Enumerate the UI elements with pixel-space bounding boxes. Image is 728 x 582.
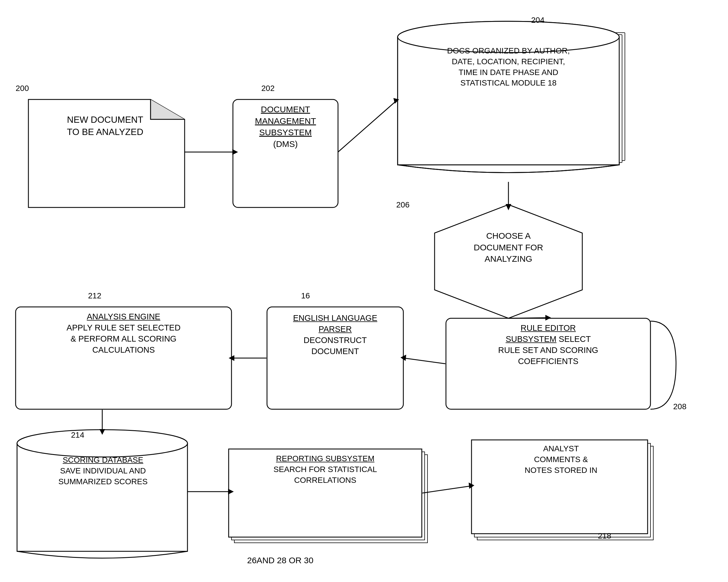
svg-marker-32 — [99, 429, 105, 435]
ref-202: 202 — [261, 84, 275, 93]
svg-overlay — [0, 0, 728, 582]
svg-marker-20 — [232, 149, 238, 155]
english-parser-text: ENGLISH LANGUAGEPARSERDECONSTRUCTDOCUMEN… — [270, 312, 400, 357]
rule-editor-text: RULE EDITORSUBSYSTEM SELECTRULE SET AND … — [449, 323, 648, 367]
ref-214: 214 — [71, 431, 84, 440]
analyst-comments-text: ANALYST COMMENTS & NOTES STORED IN — [474, 443, 648, 476]
ref-204: 204 — [531, 16, 545, 25]
svg-line-27 — [404, 358, 445, 364]
svg-marker-26 — [545, 315, 551, 321]
ref-208: 208 — [673, 402, 686, 411]
reporting-text: REPORTING SUBSYSTEMSEARCH FOR STATISTICA… — [232, 453, 419, 485]
svg-line-35 — [422, 486, 471, 493]
svg-line-21 — [338, 101, 396, 152]
new-document-text: NEW DOCUMENT TO BE ANALYZED — [31, 114, 179, 138]
ref-206: 206 — [396, 200, 410, 209]
ref-26and28or30: 26AND 28 OR 30 — [247, 556, 313, 565]
ref-212: 212 — [88, 291, 101, 300]
analysis-engine-text: ANALYSIS ENGINEAPPLY RULE SET SELECTED& … — [19, 311, 229, 356]
ref-200: 200 — [16, 84, 29, 93]
svg-marker-22 — [393, 98, 399, 104]
scoring-db-text: SCORING DATABASESAVE INDIVIDUAL ANDSUMMA… — [21, 455, 185, 487]
svg-marker-28 — [400, 355, 406, 361]
svg-line-25 — [509, 318, 548, 318]
ref-16: 16 — [301, 291, 310, 300]
svg-marker-36 — [469, 483, 474, 489]
choose-document-text: CHOOSE A DOCUMENT FOR ANALYZING — [437, 230, 579, 265]
ref-218: 218 — [598, 531, 611, 540]
svg-marker-24 — [505, 204, 511, 210]
docs-organized-text: DOCS ORGANIZED BY AUTHOR, DATE, LOCATION… — [402, 46, 615, 88]
svg-marker-30 — [229, 355, 234, 361]
svg-marker-34 — [228, 489, 234, 495]
dms-text: DOCUMENTMANAGEMENTSUBSYSTEM(DMS) — [236, 104, 335, 150]
svg-point-12 — [17, 430, 187, 457]
diagram-container: 200 202 204 206 208 16 212 214 218 26AND… — [0, 0, 728, 582]
